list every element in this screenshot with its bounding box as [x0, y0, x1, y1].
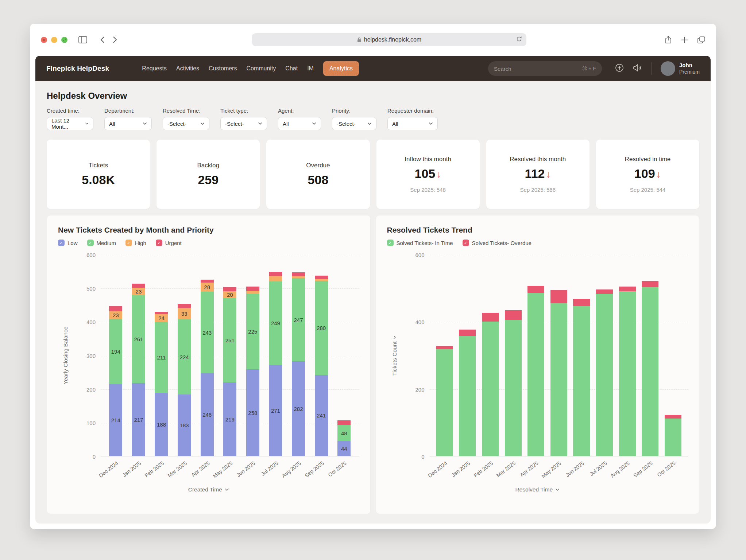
reload-icon[interactable]: [516, 36, 522, 43]
stacked-bar[interactable]: [665, 415, 681, 456]
checkbox-checked-icon: ✓: [125, 240, 132, 246]
share-icon[interactable]: [665, 36, 672, 44]
legend-item[interactable]: ✓Low: [58, 240, 78, 246]
legend-item[interactable]: ✓High: [125, 240, 146, 246]
bar-column: [479, 313, 502, 456]
filter-select[interactable]: All: [104, 117, 152, 130]
stacked-bar[interactable]: 21419423: [109, 306, 122, 456]
kpi-label: Resolved this month: [510, 156, 566, 163]
x-axis-dimension-label[interactable]: Created Time: [58, 486, 359, 493]
checkbox-checked-icon: ✓: [387, 240, 394, 246]
user-profile[interactable]: John Premium: [661, 61, 700, 76]
chart-panel: Resolved Tickets Trend✓Solved Tickets- I…: [376, 215, 700, 514]
stacked-bar[interactable]: 271249: [269, 272, 282, 456]
stacked-bar[interactable]: 258225: [246, 287, 259, 456]
x-axis-tick: Jan 2025: [127, 456, 150, 485]
app-navbar: Finepick HelpDesk RequestsActivitiesCust…: [35, 56, 711, 81]
legend-item[interactable]: ✓Solved Tickets- In Time: [387, 240, 453, 246]
filter-select[interactable]: All: [387, 117, 438, 130]
stacked-bar[interactable]: [436, 346, 453, 456]
filter-label: Created time:: [47, 108, 93, 114]
menu-item-customers[interactable]: Customers: [209, 65, 237, 72]
x-axis-dimension-label[interactable]: Resolved Time: [387, 486, 688, 493]
menu-item-requests[interactable]: Requests: [142, 65, 167, 72]
bar-column: [593, 289, 616, 456]
minimize-window-button[interactable]: −: [51, 37, 57, 43]
close-window-button[interactable]: ×: [41, 37, 47, 43]
stacked-bar[interactable]: 24624328: [201, 280, 214, 456]
kpi-value: 105↓: [414, 167, 441, 181]
filter-select[interactable]: -Select-: [220, 117, 267, 130]
announcement-icon[interactable]: [633, 63, 642, 74]
stacked-bar[interactable]: 4448: [337, 420, 351, 456]
stacked-bar[interactable]: 21726123: [132, 284, 145, 456]
menu-item-activities[interactable]: Activities: [176, 65, 199, 72]
filter-value: -Select-: [225, 121, 244, 127]
bar-segment-high: 33: [178, 308, 191, 319]
address-bar[interactable]: helpdesk.finepick.com: [252, 33, 526, 46]
add-icon[interactable]: [615, 63, 624, 74]
bar-segment-low: 246: [201, 373, 214, 456]
filter-label: Department:: [104, 108, 152, 114]
stacked-bar[interactable]: [482, 313, 499, 456]
bar-segment-medium: 211: [155, 322, 168, 393]
tab-overview-icon[interactable]: [697, 36, 705, 44]
zoom-window-button[interactable]: [61, 37, 67, 43]
bar-column: 24624328: [196, 280, 219, 456]
new-tab-icon[interactable]: [681, 36, 688, 44]
back-button[interactable]: [100, 36, 105, 43]
stacked-bar[interactable]: 241280: [315, 276, 328, 456]
menu-item-im[interactable]: IM: [307, 65, 314, 72]
x-axis-labels: Dec 2024Jan 2025Feb 2025Mar 2025Apr 2025…: [430, 456, 688, 485]
bar-column: 21419423: [104, 306, 127, 456]
filter-select[interactable]: All: [278, 117, 321, 130]
stacked-bar[interactable]: 282247: [292, 272, 305, 456]
stacked-bar[interactable]: [527, 286, 544, 456]
menu-item-community[interactable]: Community: [246, 65, 276, 72]
menu-item-analytics[interactable]: Analytics: [323, 61, 359, 76]
legend-item[interactable]: ✓Solved Tickets- Overdue: [463, 240, 532, 246]
stacked-bar[interactable]: [642, 281, 658, 456]
bar-segment-solved-tickets-overdue: [527, 286, 544, 293]
sidebar-toggle-icon[interactable]: [78, 36, 87, 43]
forward-button[interactable]: [113, 36, 117, 43]
stacked-bar[interactable]: 18821124: [155, 312, 168, 456]
bar-segment-urgent: [269, 272, 282, 276]
bar-segment-solved-tickets-overdue: [642, 281, 658, 287]
bar-segment-low: 219: [223, 382, 236, 456]
bar-segment-solved-tickets-in-time: [596, 294, 613, 456]
bar-segment-low: 271: [269, 365, 282, 456]
avatar: [661, 61, 675, 76]
stacked-bar[interactable]: [619, 287, 636, 456]
filter-select[interactable]: Last 12 Mont...: [47, 117, 93, 130]
filter-label: Ticket type:: [220, 108, 267, 114]
bar-column: [639, 281, 662, 456]
kpi-subtext: Sep 2025: 566: [520, 187, 556, 193]
checkbox-checked-icon: ✓: [463, 240, 469, 246]
stacked-bar[interactable]: 18322433: [178, 304, 191, 456]
bar-segment-solved-tickets-in-time: [505, 320, 522, 456]
filter-value: Last 12 Mont...: [51, 117, 81, 130]
stacked-bar[interactable]: 21925120: [223, 287, 236, 456]
search-input[interactable]: [494, 66, 582, 72]
stacked-bar[interactable]: [550, 290, 567, 456]
bar-column: 258225: [241, 287, 264, 456]
legend-item[interactable]: ✓Medium: [87, 240, 116, 246]
filter-department: Department:All: [104, 108, 152, 130]
y-axis-tick: 600: [415, 252, 424, 258]
stacked-bar[interactable]: [573, 299, 590, 456]
chevron-down-icon: [85, 122, 89, 125]
bar-segment-medium: 48: [337, 425, 351, 441]
filter-select[interactable]: -Select-: [163, 117, 209, 130]
plot-zone: 0100200300400500600Yearly Closing Balanc…: [101, 255, 359, 485]
filter-select[interactable]: -Select-: [332, 117, 376, 130]
stacked-bar[interactable]: [505, 310, 522, 456]
search-box[interactable]: ⌘ + F: [488, 61, 602, 76]
x-axis-tick: Apr 2025: [196, 456, 219, 485]
menu-item-chat[interactable]: Chat: [285, 65, 298, 72]
y-axis-label[interactable]: Tickets Count: [391, 335, 398, 376]
legend-item[interactable]: ✓Urgent: [156, 240, 182, 246]
stacked-bar[interactable]: [459, 330, 476, 456]
stacked-bar[interactable]: [596, 289, 613, 456]
kpi-card: Resolved in time109↓Sep 2025: 544: [596, 140, 699, 209]
